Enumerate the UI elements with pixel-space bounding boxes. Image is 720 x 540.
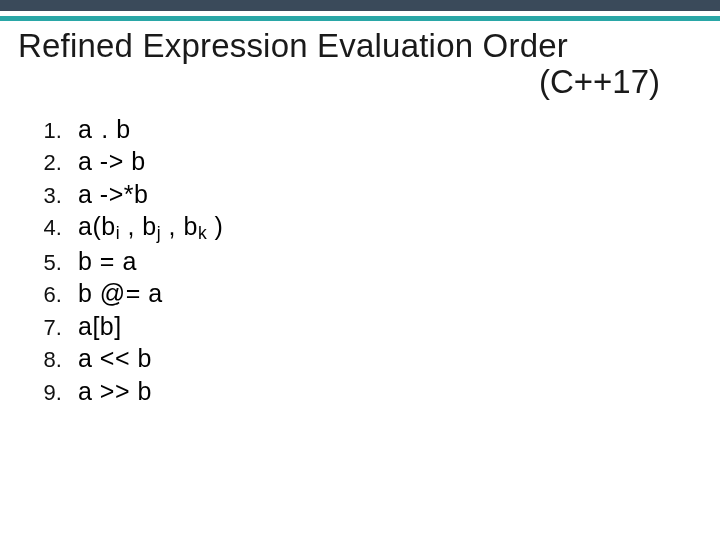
list-item: a ->*b — [68, 178, 680, 211]
expression-text: a(bi , bj , bk ) — [78, 212, 223, 240]
body: a . b a -> b a ->*b a(bi , bj , bk ) b =… — [0, 101, 720, 407]
title-line-1: Refined Expression Evaluation Order — [18, 27, 702, 65]
expression-text: a ->*b — [78, 180, 148, 208]
expression-text: a << b — [78, 344, 152, 372]
list-item: a(bi , bj , bk ) — [68, 210, 680, 244]
expression-text: a >> b — [78, 377, 152, 405]
list-item: a[b] — [68, 310, 680, 343]
expression-list: a . b a -> b a ->*b a(bi , bj , bk ) b =… — [40, 113, 680, 407]
expression-text: b @= a — [78, 279, 163, 307]
expression-text: a[b] — [78, 312, 122, 340]
expression-text: a . b — [78, 115, 131, 143]
list-item: a -> b — [68, 145, 680, 178]
expression-text: a -> b — [78, 147, 146, 175]
decorative-top-bar — [0, 0, 720, 21]
list-item: a >> b — [68, 375, 680, 408]
slide: Refined Expression Evaluation Order (C++… — [0, 0, 720, 540]
list-item: b = a — [68, 245, 680, 278]
expression-text: b = a — [78, 247, 137, 275]
list-item: a . b — [68, 113, 680, 146]
list-item: b @= a — [68, 277, 680, 310]
title-block: Refined Expression Evaluation Order (C++… — [0, 21, 720, 101]
list-item: a << b — [68, 342, 680, 375]
stripe-dark — [0, 0, 720, 11]
title-line-2: (C++17) — [18, 63, 702, 101]
